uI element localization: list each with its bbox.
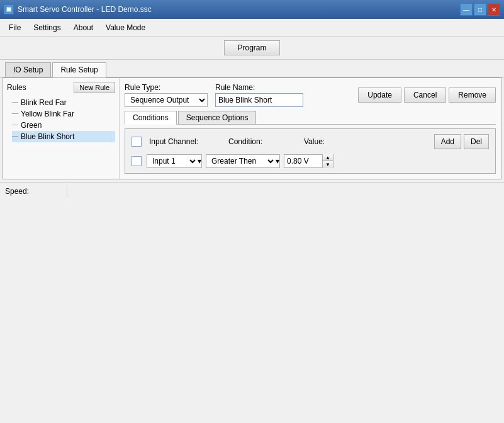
condition-header: Condition: xyxy=(228,137,304,146)
checkbox-col-header xyxy=(132,137,147,147)
table-row: Input 1 ▾ Greater Then ▾ ▲ ▼ xyxy=(129,153,491,169)
rules-header: Rules New Rule xyxy=(7,82,115,93)
conditions-table-header: Input Channel: Condition: Value: Add Del xyxy=(129,133,491,150)
rule-type-select-wrapper[interactable]: Sequence Output xyxy=(125,93,208,107)
menu-file[interactable]: File xyxy=(3,21,27,35)
action-col-header: Add Del xyxy=(379,134,489,149)
rules-list: Blink Red Far Yellow Blink Far Green Blu… xyxy=(7,97,115,142)
action-buttons: Update Cancel Remove xyxy=(358,87,496,103)
app-icon xyxy=(4,4,14,14)
del-button[interactable]: Del xyxy=(464,134,489,149)
cancel-button[interactable]: Cancel xyxy=(404,87,446,103)
list-item[interactable]: Blink Red Far xyxy=(12,97,115,108)
list-item[interactable]: Yellow Blink Far xyxy=(12,108,115,120)
status-separator xyxy=(67,186,67,197)
content-panel: Rules New Rule Blink Red Far Yellow Blin… xyxy=(3,77,501,179)
value-header: Value: xyxy=(304,137,379,146)
status-bar: Speed: xyxy=(0,182,504,200)
remove-button[interactable]: Remove xyxy=(449,87,496,103)
tab-bar: IO Setup Rule Setup xyxy=(0,60,504,77)
sub-tab-conditions[interactable]: Conditions xyxy=(125,111,177,125)
rule-type-dropdown[interactable]: Sequence Output xyxy=(125,95,207,105)
rule-type-group: Rule Type: Sequence Output xyxy=(125,83,208,107)
new-rule-button[interactable]: New Rule xyxy=(74,82,115,93)
minimize-button[interactable]: — xyxy=(460,3,473,16)
rule-name-group: Rule Name: xyxy=(215,83,303,107)
row-checkbox[interactable] xyxy=(132,156,142,166)
input-channel-dropdown-wrapper[interactable]: Input 1 ▾ xyxy=(147,154,202,168)
value-spinner[interactable]: ▲ ▼ xyxy=(284,154,333,168)
sub-tab-bar: Conditions Sequence Options xyxy=(125,111,496,125)
close-button[interactable]: ✕ xyxy=(488,3,500,16)
menu-value-mode[interactable]: Value Mode xyxy=(99,21,152,35)
speed-label: Speed: xyxy=(5,187,29,196)
list-item[interactable]: Green xyxy=(12,120,115,131)
spinner-buttons: ▲ ▼ xyxy=(322,154,333,168)
tab-io-setup[interactable]: IO Setup xyxy=(5,62,51,77)
program-area: Program xyxy=(0,37,504,60)
list-item[interactable]: Blue Blink Short xyxy=(12,131,115,142)
rules-title: Rules xyxy=(7,83,26,92)
condition-dropdown-wrapper[interactable]: Greater Then ▾ xyxy=(206,154,280,168)
tab-rule-setup[interactable]: Rule Setup xyxy=(52,62,106,77)
program-button[interactable]: Program xyxy=(224,40,279,55)
window-title: Smart Servo Controller - LED Demo.ssc xyxy=(18,5,152,14)
input-channel-header: Input Channel: xyxy=(147,137,228,146)
maximize-button[interactable]: □ xyxy=(474,3,486,16)
svg-rect-1 xyxy=(7,8,11,11)
input-channel-dropdown[interactable]: Input 1 xyxy=(147,156,198,166)
rules-panel: Rules New Rule Blink Red Far Yellow Blin… xyxy=(3,78,120,179)
rule-name-input[interactable] xyxy=(215,93,303,107)
window-controls[interactable]: — □ ✕ xyxy=(460,3,500,16)
right-panel: Rule Type: Sequence Output Rule Name: Up… xyxy=(120,78,501,179)
menu-settings[interactable]: Settings xyxy=(27,21,67,35)
title-bar-left: Smart Servo Controller - LED Demo.ssc xyxy=(4,4,152,14)
menu-bar: File Settings About Value Mode xyxy=(0,19,504,37)
menu-about[interactable]: About xyxy=(67,21,99,35)
rule-name-label: Rule Name: xyxy=(215,83,303,92)
rule-meta-row: Rule Type: Sequence Output Rule Name: Up… xyxy=(125,83,496,107)
value-input[interactable] xyxy=(284,157,322,166)
condition-dropdown[interactable]: Greater Then xyxy=(206,156,276,166)
header-checkbox[interactable] xyxy=(132,137,142,147)
row-checkbox-col xyxy=(132,156,147,166)
rule-type-label: Rule Type: xyxy=(125,83,208,92)
title-bar: Smart Servo Controller - LED Demo.ssc — … xyxy=(0,0,504,19)
spin-up-button[interactable]: ▲ xyxy=(323,154,333,161)
conditions-panel: Input Channel: Condition: Value: Add Del… xyxy=(125,128,496,174)
sub-tab-sequence-options[interactable]: Sequence Options xyxy=(178,111,257,124)
update-button[interactable]: Update xyxy=(358,87,401,103)
spin-down-button[interactable]: ▼ xyxy=(323,161,333,168)
add-button[interactable]: Add xyxy=(434,134,461,149)
